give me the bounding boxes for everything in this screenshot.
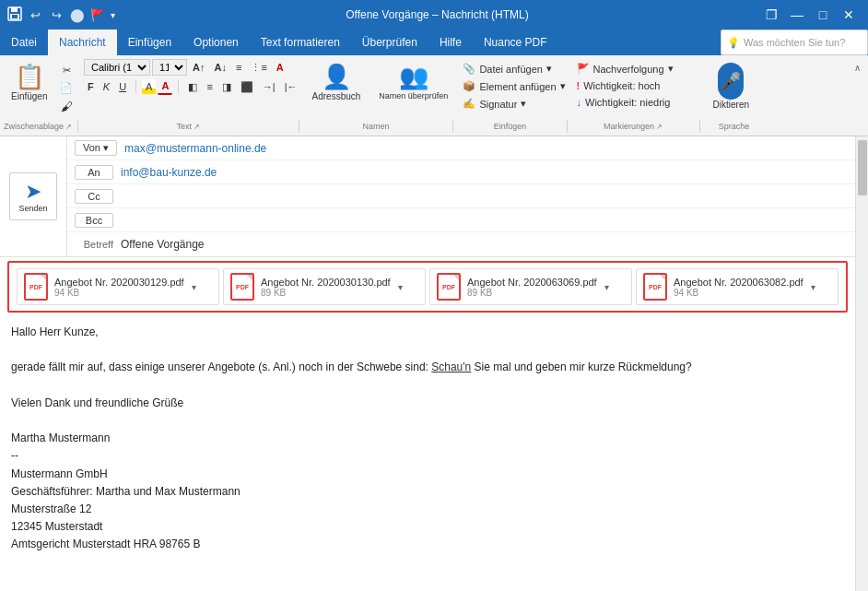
minimize-btn[interactable]: — — [785, 4, 809, 26]
an-value: info@bau-kunze.de — [121, 166, 848, 179]
send-button[interactable]: ➤ Senden — [9, 172, 57, 220]
font-shrink-button[interactable]: A↓ — [211, 60, 230, 75]
maximize-btn[interactable]: □ — [811, 4, 835, 26]
tab-optionen[interactable]: Optionen — [182, 30, 250, 55]
attachment-name-3: Angebot Nr. 2020063069.pdf — [467, 277, 597, 288]
attachment-dropdown-2[interactable]: ▾ — [398, 282, 403, 292]
format-painter-button[interactable]: 🖌 — [56, 98, 76, 115]
body-link[interactable]: Schau'n — [431, 361, 471, 373]
group-text-expand[interactable]: ↗ — [194, 123, 200, 131]
wichtigkeit-hoch-button[interactable]: ! Wichtigkeit: hoch — [573, 78, 664, 93]
tab-nuance-pdf[interactable]: Nuance PDF — [473, 30, 558, 55]
redo-arrow[interactable]: ↪ — [49, 8, 65, 22]
an-button[interactable]: An — [75, 165, 113, 180]
group-sprache: 🎤 Diktieren Sprache — [706, 59, 770, 133]
copy-button[interactable]: 📄 — [56, 80, 76, 96]
indent-button[interactable]: →| — [259, 79, 279, 94]
save-icon[interactable] — [7, 6, 22, 24]
separator2 — [178, 80, 179, 93]
send-area: ➤ Senden — [0, 136, 67, 256]
namen-pruefen-icon: 👥 — [399, 63, 428, 91]
exclaim-red-icon: ! — [577, 80, 581, 91]
tab-text-formatieren[interactable]: Text formatieren — [250, 30, 351, 55]
bcc-button[interactable]: Bcc — [75, 213, 113, 228]
undo-arrow[interactable]: ↩ — [28, 8, 43, 22]
attachments-bar: PDF Angebot Nr. 2020030129.pdf 94 KB ▾ P — [7, 261, 848, 313]
highlight-button[interactable]: A — [142, 79, 156, 94]
align-right-button[interactable]: ◨ — [218, 79, 235, 95]
wichtigkeit-niedrig-button[interactable]: ↓ Wichtigkeit: niedrig — [573, 95, 674, 110]
attachment-1[interactable]: PDF Angebot Nr. 2020030129.pdf 94 KB ▾ — [17, 268, 219, 305]
font-color-button[interactable]: A — [158, 78, 172, 95]
cc-row: Cc — [67, 184, 855, 208]
tab-nachricht[interactable]: Nachricht — [48, 30, 117, 55]
title-bar-left: ↩ ↪ ⬤ 🚩 ▾ — [7, 6, 115, 24]
scrollbar-track — [855, 136, 868, 591]
tab-ueberpruefen[interactable]: Überprüfen — [351, 30, 428, 55]
attachment-dropdown-4[interactable]: ▾ — [811, 282, 815, 292]
compose-wrapper: ➤ Senden Von ▾ max@mustermann-online.de — [0, 136, 855, 591]
attachment-dropdown-1[interactable]: ▾ — [192, 282, 196, 292]
align-left-button[interactable]: ◧ — [184, 79, 201, 95]
namen-pruefen-button[interactable]: 👥 Namen überprüfen — [371, 59, 455, 105]
compose-area: ➤ Senden Von ▾ max@mustermann-online.de — [0, 136, 855, 591]
text-effects-button[interactable]: A — [273, 60, 287, 75]
group-einfuegen: 📎 Datei anfügen ▾ 📦 Element anfügen ▾ ✍ … — [459, 59, 569, 133]
nachverfolgung-button[interactable]: 🚩 Nachverfolgung ▾ — [573, 61, 677, 77]
signatur-button[interactable]: ✍ Signatur ▾ — [459, 96, 530, 112]
email-body[interactable]: Hallo Herr Kunze, gerade fällt mir auf, … — [0, 316, 855, 591]
tab-datei[interactable]: Datei — [0, 30, 48, 55]
outdent-button[interactable]: |← — [281, 79, 301, 94]
font-size-select[interactable]: 11 — [152, 59, 187, 76]
underline-button[interactable]: U — [115, 79, 130, 94]
diktieren-button[interactable]: 🎤 Diktieren — [706, 59, 757, 113]
paperclip-icon: 📎 — [463, 63, 475, 75]
font-grow-button[interactable]: A↑ — [189, 60, 208, 75]
align-center-button[interactable]: ≡ — [203, 79, 216, 94]
einfuegen-button[interactable]: 📋 Einfügen — [4, 59, 54, 105]
bold-button[interactable]: F — [84, 79, 98, 94]
italic-button[interactable]: K — [100, 79, 113, 94]
cc-button[interactable]: Cc — [75, 189, 113, 204]
element-anfuegen-button[interactable]: 📦 Element anfügen ▾ — [459, 78, 569, 94]
datei-anfuegen-button[interactable]: 📎 Datei anfügen ▾ — [459, 61, 556, 77]
attachment-size-1: 94 KB — [54, 288, 184, 298]
close-btn[interactable]: ✕ — [837, 4, 861, 26]
list-number-button[interactable]: ⋮≡ — [247, 60, 270, 76]
main-container: ➤ Senden Von ▾ max@mustermann-online.de — [0, 136, 868, 591]
attachment-dropdown-3[interactable]: ▾ — [604, 282, 609, 292]
von-value: max@mustermann-online.de — [124, 142, 848, 155]
tab-einfuegen[interactable]: Einfügen — [117, 30, 182, 55]
microphone-icon: 🎤 — [718, 63, 744, 100]
header-fields: Von ▾ max@mustermann-online.de An info@b… — [67, 136, 855, 256]
attachment-4[interactable]: PDF Angebot Nr. 2020063082.pdf 94 KB ▾ — [636, 268, 839, 305]
restore-btn[interactable]: ❐ — [759, 4, 783, 26]
bcc-input[interactable] — [121, 214, 848, 227]
von-row: Von ▾ max@mustermann-online.de — [67, 136, 855, 160]
tab-hilfe[interactable]: Hilfe — [428, 30, 473, 55]
send-icon: ➤ — [25, 180, 41, 204]
title-bar-controls: ❐ — □ ✕ — [759, 4, 861, 26]
betreff-label: Betreff — [75, 239, 113, 250]
group-markierungen-expand[interactable]: ↗ — [656, 123, 663, 131]
scrollbar-thumb[interactable] — [858, 140, 867, 195]
attachment-name-2: Angebot Nr. 2020030130.pdf — [261, 277, 391, 288]
cc-input[interactable] — [121, 190, 848, 203]
von-button[interactable]: Von ▾ — [75, 140, 117, 156]
separator — [135, 80, 136, 93]
adressbuch-button[interactable]: 👤 Adressbuch — [305, 59, 369, 105]
body-text: Hallo Herr Kunze, gerade fällt mir auf, … — [11, 324, 844, 553]
flag-icon[interactable]: 🚩 — [90, 8, 105, 22]
list-bullet-button[interactable]: ≡ — [232, 60, 245, 75]
attachment-name-4: Angebot Nr. 2020063082.pdf — [674, 277, 803, 288]
attachment-3[interactable]: PDF Angebot Nr. 2020063069.pdf 89 KB ▾ — [429, 268, 632, 305]
group-zwischenablage: 📋 Einfügen ✂ 📄 🖌 Zwischenablage ↗ — [4, 59, 80, 133]
help-search[interactable]: 💡 Was möchten Sie tun? — [721, 30, 868, 55]
circle-icon: ⬤ — [70, 7, 85, 22]
collapse-ribbon-button[interactable]: ∧ — [852, 61, 862, 75]
attachment-2[interactable]: PDF Angebot Nr. 2020030130.pdf 89 KB ▾ — [223, 268, 426, 305]
justify-button[interactable]: ⬛ — [237, 79, 257, 95]
group-zwischenablage-expand[interactable]: ↗ — [65, 123, 72, 131]
cut-button[interactable]: ✂ — [56, 63, 76, 78]
font-select[interactable]: Calibri (1 — [84, 59, 150, 76]
